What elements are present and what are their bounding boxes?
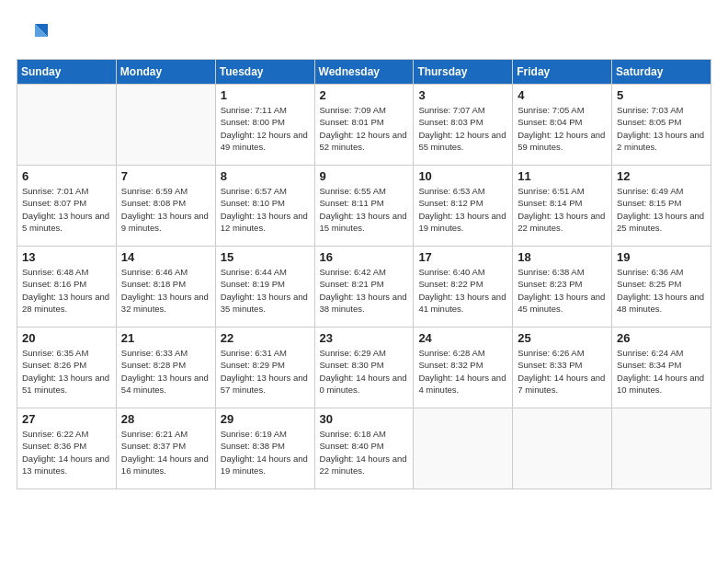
day-number: 26 <box>617 331 706 345</box>
day-number: 9 <box>320 169 409 183</box>
day-number: 24 <box>418 331 507 345</box>
day-info: Sunrise: 6:26 AM Sunset: 8:33 PM Dayligh… <box>518 347 607 396</box>
day-number: 14 <box>121 250 210 264</box>
calendar-cell: 20Sunrise: 6:35 AM Sunset: 8:26 PM Dayli… <box>17 327 117 408</box>
calendar-week-row: 13Sunrise: 6:48 AM Sunset: 8:16 PM Dayli… <box>17 247 711 327</box>
day-number: 22 <box>221 331 310 345</box>
day-number: 25 <box>518 331 607 345</box>
calendar-cell: 7Sunrise: 6:59 AM Sunset: 8:08 PM Daylig… <box>116 166 215 247</box>
calendar-cell: 6Sunrise: 7:01 AM Sunset: 8:07 PM Daylig… <box>17 166 117 247</box>
day-of-week-header: Wednesday <box>314 60 414 85</box>
day-info: Sunrise: 7:11 AM Sunset: 8:00 PM Dayligh… <box>221 104 310 153</box>
day-number: 3 <box>418 88 507 102</box>
calendar-cell: 14Sunrise: 6:46 AM Sunset: 8:18 PM Dayli… <box>116 247 215 327</box>
day-number: 15 <box>221 250 310 264</box>
day-number: 11 <box>518 169 607 183</box>
day-info: Sunrise: 6:31 AM Sunset: 8:29 PM Dayligh… <box>221 347 310 396</box>
calendar-cell: 12Sunrise: 6:49 AM Sunset: 8:15 PM Dayli… <box>612 166 711 247</box>
day-info: Sunrise: 6:29 AM Sunset: 8:30 PM Dayligh… <box>320 347 409 396</box>
day-number: 21 <box>121 331 210 345</box>
calendar-cell <box>414 408 513 489</box>
day-number: 8 <box>221 169 310 183</box>
day-info: Sunrise: 6:51 AM Sunset: 8:14 PM Dayligh… <box>518 185 607 234</box>
calendar-cell: 22Sunrise: 6:31 AM Sunset: 8:29 PM Dayli… <box>215 327 314 408</box>
day-number: 5 <box>617 88 706 102</box>
day-info: Sunrise: 6:19 AM Sunset: 8:38 PM Dayligh… <box>221 428 310 477</box>
day-number: 17 <box>418 250 507 264</box>
header <box>17 17 711 50</box>
calendar-cell: 17Sunrise: 6:40 AM Sunset: 8:22 PM Dayli… <box>414 247 513 327</box>
day-number: 18 <box>518 250 607 264</box>
calendar-cell: 23Sunrise: 6:29 AM Sunset: 8:30 PM Dayli… <box>314 327 414 408</box>
calendar-cell: 27Sunrise: 6:22 AM Sunset: 8:36 PM Dayli… <box>17 408 117 489</box>
day-info: Sunrise: 6:46 AM Sunset: 8:18 PM Dayligh… <box>121 266 210 315</box>
day-number: 6 <box>22 169 111 183</box>
day-info: Sunrise: 7:07 AM Sunset: 8:03 PM Dayligh… <box>418 104 507 153</box>
calendar-cell: 24Sunrise: 6:28 AM Sunset: 8:32 PM Dayli… <box>414 327 513 408</box>
calendar-cell: 19Sunrise: 6:36 AM Sunset: 8:25 PM Dayli… <box>612 247 711 327</box>
day-of-week-header: Tuesday <box>215 60 314 85</box>
calendar-cell <box>116 85 215 166</box>
day-info: Sunrise: 6:24 AM Sunset: 8:34 PM Dayligh… <box>617 347 706 396</box>
day-of-week-header: Friday <box>513 60 612 85</box>
day-info: Sunrise: 6:55 AM Sunset: 8:11 PM Dayligh… <box>320 185 409 234</box>
day-info: Sunrise: 6:35 AM Sunset: 8:26 PM Dayligh… <box>22 347 111 396</box>
calendar-cell: 4Sunrise: 7:05 AM Sunset: 8:04 PM Daylig… <box>513 85 612 166</box>
day-info: Sunrise: 6:18 AM Sunset: 8:40 PM Dayligh… <box>320 428 409 477</box>
day-info: Sunrise: 7:03 AM Sunset: 8:05 PM Dayligh… <box>617 104 706 153</box>
day-number: 7 <box>121 169 210 183</box>
calendar-cell: 10Sunrise: 6:53 AM Sunset: 8:12 PM Dayli… <box>414 166 513 247</box>
calendar-cell: 13Sunrise: 6:48 AM Sunset: 8:16 PM Dayli… <box>17 247 117 327</box>
day-number: 1 <box>221 88 310 102</box>
day-info: Sunrise: 6:28 AM Sunset: 8:32 PM Dayligh… <box>418 347 507 396</box>
day-of-week-header: Saturday <box>612 60 711 85</box>
day-info: Sunrise: 6:42 AM Sunset: 8:21 PM Dayligh… <box>320 266 409 315</box>
day-info: Sunrise: 6:44 AM Sunset: 8:19 PM Dayligh… <box>221 266 310 315</box>
calendar-table: SundayMondayTuesdayWednesdayThursdayFrid… <box>17 59 711 489</box>
day-info: Sunrise: 7:09 AM Sunset: 8:01 PM Dayligh… <box>320 104 409 153</box>
day-info: Sunrise: 7:05 AM Sunset: 8:04 PM Dayligh… <box>518 104 607 153</box>
calendar-cell <box>17 85 117 166</box>
day-number: 10 <box>418 169 507 183</box>
day-number: 29 <box>221 412 310 426</box>
calendar-cell: 18Sunrise: 6:38 AM Sunset: 8:23 PM Dayli… <box>513 247 612 327</box>
calendar-cell: 25Sunrise: 6:26 AM Sunset: 8:33 PM Dayli… <box>513 327 612 408</box>
day-number: 30 <box>320 412 409 426</box>
day-info: Sunrise: 6:36 AM Sunset: 8:25 PM Dayligh… <box>617 266 706 315</box>
calendar-cell: 26Sunrise: 6:24 AM Sunset: 8:34 PM Dayli… <box>612 327 711 408</box>
calendar-week-row: 1Sunrise: 7:11 AM Sunset: 8:00 PM Daylig… <box>17 85 711 166</box>
logo-icon <box>17 17 50 50</box>
calendar-cell: 30Sunrise: 6:18 AM Sunset: 8:40 PM Dayli… <box>314 408 414 489</box>
day-of-week-header: Thursday <box>414 60 513 85</box>
calendar-cell: 8Sunrise: 6:57 AM Sunset: 8:10 PM Daylig… <box>215 166 314 247</box>
calendar-cell: 29Sunrise: 6:19 AM Sunset: 8:38 PM Dayli… <box>215 408 314 489</box>
day-number: 12 <box>617 169 706 183</box>
calendar-cell: 2Sunrise: 7:09 AM Sunset: 8:01 PM Daylig… <box>314 85 414 166</box>
calendar-cell: 9Sunrise: 6:55 AM Sunset: 8:11 PM Daylig… <box>314 166 414 247</box>
day-info: Sunrise: 6:49 AM Sunset: 8:15 PM Dayligh… <box>617 185 706 234</box>
day-info: Sunrise: 6:33 AM Sunset: 8:28 PM Dayligh… <box>121 347 210 396</box>
calendar-cell: 21Sunrise: 6:33 AM Sunset: 8:28 PM Dayli… <box>116 327 215 408</box>
day-info: Sunrise: 7:01 AM Sunset: 8:07 PM Dayligh… <box>22 185 111 234</box>
day-number: 4 <box>518 88 607 102</box>
calendar-week-row: 6Sunrise: 7:01 AM Sunset: 8:07 PM Daylig… <box>17 166 711 247</box>
calendar-cell: 3Sunrise: 7:07 AM Sunset: 8:03 PM Daylig… <box>414 85 513 166</box>
day-info: Sunrise: 6:57 AM Sunset: 8:10 PM Dayligh… <box>221 185 310 234</box>
day-info: Sunrise: 6:59 AM Sunset: 8:08 PM Dayligh… <box>121 185 210 234</box>
page: SundayMondayTuesdayWednesdayThursdayFrid… <box>0 0 728 563</box>
day-number: 16 <box>320 250 409 264</box>
day-number: 27 <box>22 412 111 426</box>
calendar-cell: 15Sunrise: 6:44 AM Sunset: 8:19 PM Dayli… <box>215 247 314 327</box>
calendar-cell <box>612 408 711 489</box>
calendar-cell: 28Sunrise: 6:21 AM Sunset: 8:37 PM Dayli… <box>116 408 215 489</box>
day-number: 19 <box>617 250 706 264</box>
calendar-cell: 11Sunrise: 6:51 AM Sunset: 8:14 PM Dayli… <box>513 166 612 247</box>
calendar-cell: 16Sunrise: 6:42 AM Sunset: 8:21 PM Dayli… <box>314 247 414 327</box>
calendar-cell: 1Sunrise: 7:11 AM Sunset: 8:00 PM Daylig… <box>215 85 314 166</box>
day-number: 2 <box>320 88 409 102</box>
calendar-cell <box>513 408 612 489</box>
day-number: 23 <box>320 331 409 345</box>
day-number: 20 <box>22 331 111 345</box>
calendar-week-row: 20Sunrise: 6:35 AM Sunset: 8:26 PM Dayli… <box>17 327 711 408</box>
day-number: 13 <box>22 250 111 264</box>
